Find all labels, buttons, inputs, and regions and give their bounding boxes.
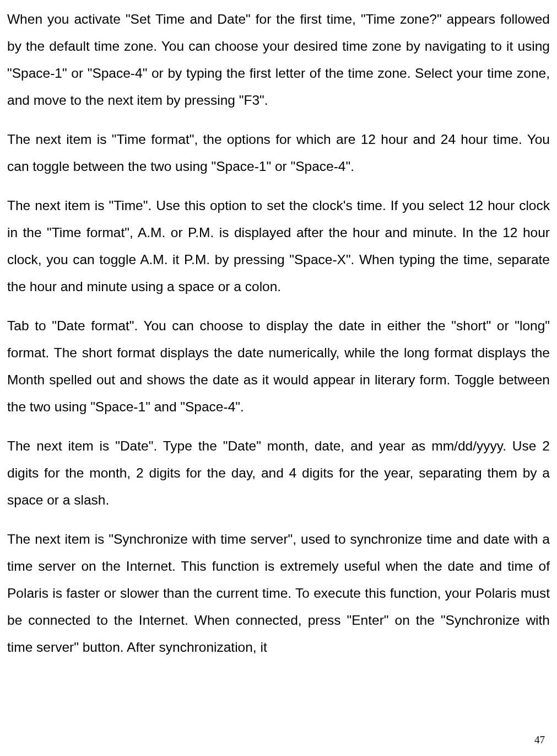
paragraph-5: The next item is "Date". Type the "Date"… [7, 432, 550, 513]
document-content: When you activate "Set Time and Date" fo… [7, 6, 550, 661]
paragraph-3: The next item is "Time". Use this option… [7, 192, 550, 300]
page-number: 47 [534, 734, 545, 746]
paragraph-1: When you activate "Set Time and Date" fo… [7, 6, 550, 114]
paragraph-2: The next item is "Time format", the opti… [7, 126, 550, 180]
paragraph-4: Tab to "Date format". You can choose to … [7, 312, 550, 420]
paragraph-6: The next item is "Synchronize with time … [7, 526, 550, 661]
